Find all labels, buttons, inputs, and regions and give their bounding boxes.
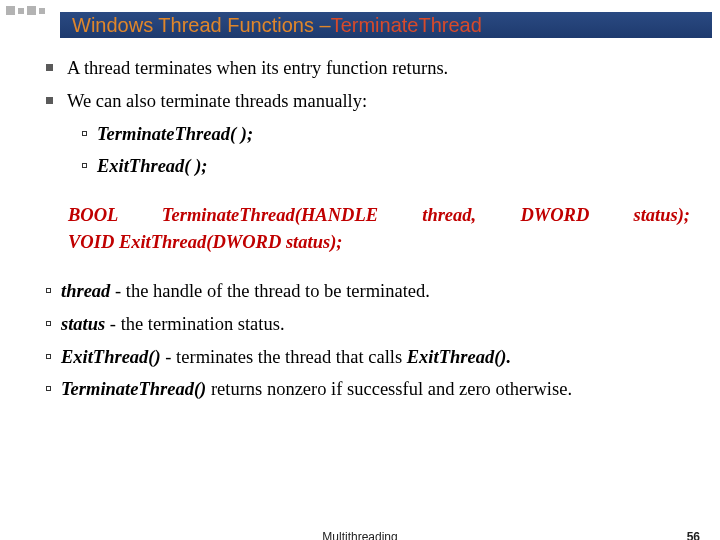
signature-line: VOID ExitThread(DWORD status); bbox=[68, 229, 690, 256]
sub-bullet-marker-icon bbox=[82, 131, 87, 136]
param-desc: - the handle of the thread to be termina… bbox=[110, 281, 430, 301]
bullet-marker-icon bbox=[46, 386, 51, 391]
sub-bullet-text: ExitThread( ); bbox=[97, 153, 690, 180]
decorative-squares bbox=[6, 6, 45, 15]
deco-sq bbox=[6, 6, 15, 15]
bullet-marker-icon bbox=[46, 321, 51, 326]
slide-title-bar: Windows Thread Functions – TerminateThre… bbox=[60, 12, 712, 38]
param-item: thread - the handle of the thread to be … bbox=[46, 278, 690, 305]
param-desc: returns nonzero if successful and zero o… bbox=[206, 379, 572, 399]
param-desc: - terminates the thread that calls bbox=[161, 347, 407, 367]
param-item: status - the termination status. bbox=[46, 311, 690, 338]
function-signatures: BOOL TerminateThread(HANDLE thread, DWOR… bbox=[68, 202, 690, 256]
bullet-marker-icon bbox=[46, 288, 51, 293]
sub-bullet-item: ExitThread( ); bbox=[82, 153, 690, 180]
bullet-item: We can also terminate threads manually: bbox=[46, 88, 690, 115]
param-text: TerminateThread() returns nonzero if suc… bbox=[61, 376, 690, 403]
bullet-marker-icon bbox=[46, 97, 53, 104]
slide-title-part1: Windows Thread Functions – bbox=[72, 14, 331, 37]
param-name: TerminateThread() bbox=[61, 379, 206, 399]
bullet-marker-icon bbox=[46, 64, 53, 71]
bullet-text: A thread terminates when its entry funct… bbox=[67, 55, 690, 82]
footer-text: Multithreading bbox=[322, 530, 397, 540]
bullet-marker-icon bbox=[46, 354, 51, 359]
param-text: ExitThread() - terminates the thread tha… bbox=[61, 344, 690, 371]
slide-title-part2: TerminateThread bbox=[331, 14, 482, 37]
bullet-item: A thread terminates when its entry funct… bbox=[46, 55, 690, 82]
param-name: thread bbox=[61, 281, 110, 301]
deco-sq bbox=[18, 8, 24, 14]
sub-bullet-item: TerminateThread( ); bbox=[82, 121, 690, 148]
param-item: TerminateThread() returns nonzero if suc… bbox=[46, 376, 690, 403]
page-number: 56 bbox=[687, 530, 700, 540]
sub-bullet-text: TerminateThread( ); bbox=[97, 121, 690, 148]
deco-sq bbox=[39, 8, 45, 14]
param-ref: ExitThread(). bbox=[407, 347, 511, 367]
slide-content: A thread terminates when its entry funct… bbox=[46, 55, 690, 409]
param-item: ExitThread() - terminates the thread tha… bbox=[46, 344, 690, 371]
param-text: status - the termination status. bbox=[61, 311, 690, 338]
sub-bullet-marker-icon bbox=[82, 163, 87, 168]
bullet-text: We can also terminate threads manually: bbox=[67, 88, 690, 115]
param-desc: - the termination status. bbox=[105, 314, 284, 334]
deco-sq bbox=[27, 6, 36, 15]
signature-line: BOOL TerminateThread(HANDLE thread, DWOR… bbox=[68, 202, 690, 229]
param-name: status bbox=[61, 314, 105, 334]
param-text: thread - the handle of the thread to be … bbox=[61, 278, 690, 305]
param-name: ExitThread() bbox=[61, 347, 161, 367]
